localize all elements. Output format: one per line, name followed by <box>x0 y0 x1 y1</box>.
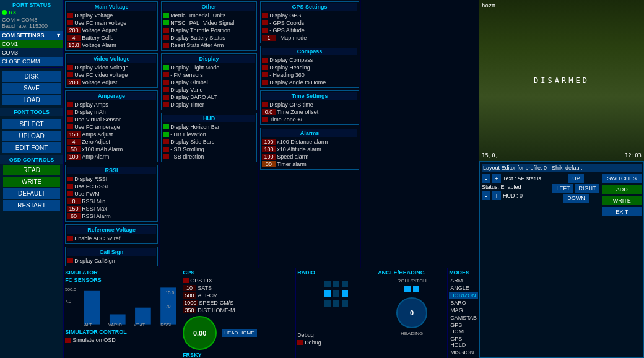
ind-gps-coords <box>262 20 268 25</box>
radio-dot <box>333 300 339 307</box>
load-button[interactable]: LOAD <box>2 95 61 105</box>
row-amps-adjust: 150 Amps Adjust <box>67 131 156 138</box>
row-zero-adjust: 4 Zero Adjust <box>67 138 156 145</box>
call-sign-section: Call Sign Display CallSign <box>65 247 158 266</box>
mode-item-camstab[interactable]: CAMSTAB <box>449 314 478 321</box>
ind-time-zone-pm <box>262 117 268 122</box>
disk-button[interactable]: DISK <box>2 71 61 82</box>
row-display-timer: Display Timer <box>163 101 255 108</box>
ind-display-flight-mode <box>163 65 169 70</box>
row-display-heading: Display Heading <box>262 64 357 71</box>
row-display-mah: Display mAh <box>67 108 156 115</box>
row-display-gps-time: Display GPS time <box>262 101 357 108</box>
time-settings-title: Time Settings <box>262 92 357 100</box>
ind-display-rssi <box>67 177 73 181</box>
mode-item-gps-home[interactable]: GPS HOME <box>449 321 478 335</box>
col2: Other Metric Imperial Units NTSC PAL Vid… <box>160 0 259 268</box>
row-display-throttle: Display Throttle Position <box>163 27 255 33</box>
left-button[interactable]: LEFT <box>552 184 573 193</box>
upload-button[interactable]: UPLOAD <box>2 131 61 141</box>
ind-display-side-bars <box>163 139 169 144</box>
hud-top-left: hozm <box>482 2 495 9</box>
row-use-virtual-sensor: Use Virtual Sensor <box>67 116 156 123</box>
com3-item[interactable]: COM3 <box>0 48 63 57</box>
text-minus-button[interactable]: - <box>482 174 490 183</box>
default-button[interactable]: DEFAULT <box>3 188 60 199</box>
close-comm-btn[interactable]: CLOSE COMM <box>0 57 63 66</box>
divider1 <box>0 67 63 68</box>
mode-item-arm[interactable]: ARM <box>449 277 478 284</box>
ind-display-video-voltage <box>67 65 73 70</box>
mode-item-mission[interactable]: MISSION <box>449 349 478 356</box>
ind-display-battery-status <box>163 35 169 40</box>
write-button[interactable]: WRITE <box>3 177 60 187</box>
right-button[interactable]: RIGHT <box>575 184 599 193</box>
exit-button[interactable]: EXIT <box>602 207 642 216</box>
mode-item-horizon[interactable]: HORIZON <box>449 292 478 299</box>
ind-ntsc <box>163 20 169 25</box>
mode-item-angle[interactable]: ANGLE <box>449 284 478 292</box>
ind-display-vario <box>163 87 169 92</box>
simulator-chart: 500.0 7.0 ALT VARIO VBAT RSSI 15.0 70 <box>65 284 180 328</box>
amperage-title: Amperage <box>67 92 156 100</box>
mode-item-gps-hold[interactable]: GPS HOLD <box>449 335 478 349</box>
svg-text:VBAT: VBAT <box>134 322 146 328</box>
write-layout-button[interactable]: WRITE <box>602 196 642 205</box>
rssi-title: RSSI <box>67 167 156 174</box>
row-display-battery-status: Display Battery Status <box>163 34 255 41</box>
hud-minus-button[interactable]: - <box>482 191 490 200</box>
mode-item-baro[interactable]: BARO <box>449 299 478 307</box>
down-button[interactable]: DOWN <box>564 194 589 203</box>
com1-item[interactable]: COM1 <box>0 40 63 48</box>
row-heading-360: - Heading 360 <box>262 71 357 78</box>
call-sign-title: Call Sign <box>67 248 156 256</box>
row-display-gps: Display GPS <box>262 12 357 19</box>
row-sb-scrolling: - SB Scrolling <box>163 146 255 152</box>
edit-font-button[interactable]: EDIT FONT <box>2 142 61 153</box>
row-rssi-min: 0 RSSI Min <box>67 198 156 204</box>
row-display-baro-alt: Display BARO ALT <box>163 94 255 100</box>
editor-row-hud: - + HUD : 0 <box>482 191 550 200</box>
modes-list: ARMANGLEHORIZONBAROMAGCAMSTABGPS HOMEGPS… <box>449 277 478 358</box>
up-button[interactable]: UP <box>568 174 584 183</box>
row-display-amps: Display Amps <box>67 101 156 108</box>
other-title: Other <box>163 3 255 11</box>
ind-display-gps-time <box>262 102 268 107</box>
row-rssi-max: 150 RSSI Max <box>67 205 156 212</box>
ind-display-callsign <box>67 258 73 263</box>
switches-button[interactable]: SWITCHES <box>602 174 642 183</box>
editor-text-value: Text : AP status <box>503 175 541 181</box>
radio-dot <box>342 300 348 307</box>
restart-button[interactable]: RESTART <box>3 200 60 211</box>
editor-row-status: Status: Enabled <box>482 184 550 190</box>
layout-editor: Layout Editor for profile: 0 - Shiki def… <box>479 161 644 358</box>
disarmed-text: DISARMED <box>534 76 590 85</box>
rx-label: RX <box>9 9 17 15</box>
hud-plus-button[interactable]: + <box>492 191 501 200</box>
col3: GPS Settings Display GPS - GPS Coords - … <box>259 0 361 268</box>
radio-dot <box>333 281 339 287</box>
ind-display-throttle <box>163 28 169 33</box>
select-button[interactable]: SELECT <box>2 119 61 129</box>
display-section: Display Display Flight Mode - FM sensors… <box>161 53 257 110</box>
save-button[interactable]: SAVE <box>2 83 61 94</box>
row-distance-alarm: 100 x100 Distance alarm <box>262 138 357 145</box>
row-speed-alarm: 100 Speed alarm <box>262 153 357 160</box>
font-tools-buttons: SELECT UPLOAD EDIT FONT <box>0 116 63 155</box>
row-altitude-alarm: 100 x10 Altitude alarm <box>262 146 357 152</box>
middle-panel: Main Voltage Display Voltage Use FC main… <box>64 0 479 358</box>
font-tools-title: FONT TOOLS <box>0 108 63 116</box>
simulator-section: SIMULATOR FC SENSORS 500.0 7.0 ALT VARIO… <box>64 268 181 358</box>
mode-item-mag[interactable]: MAG <box>449 307 478 314</box>
svg-text:RSSI: RSSI <box>160 322 171 328</box>
text-plus-button[interactable]: + <box>492 174 501 183</box>
fc-sensors-title: FC SENSORS <box>65 277 180 283</box>
radio-title: RADIO <box>297 269 375 276</box>
port-status-title: PORT STATUS <box>2 2 61 8</box>
head-home-button[interactable]: HEAD HOME <box>222 329 256 337</box>
row-gps-altitude: - GPS Altitude <box>262 27 357 33</box>
read-button[interactable]: READ <box>3 165 60 175</box>
hud-bottom-right: 12:03 <box>625 152 642 159</box>
add-button[interactable]: ADD <box>602 185 642 194</box>
com-settings-bar[interactable]: COM SETTINGS ▼ <box>0 31 63 40</box>
